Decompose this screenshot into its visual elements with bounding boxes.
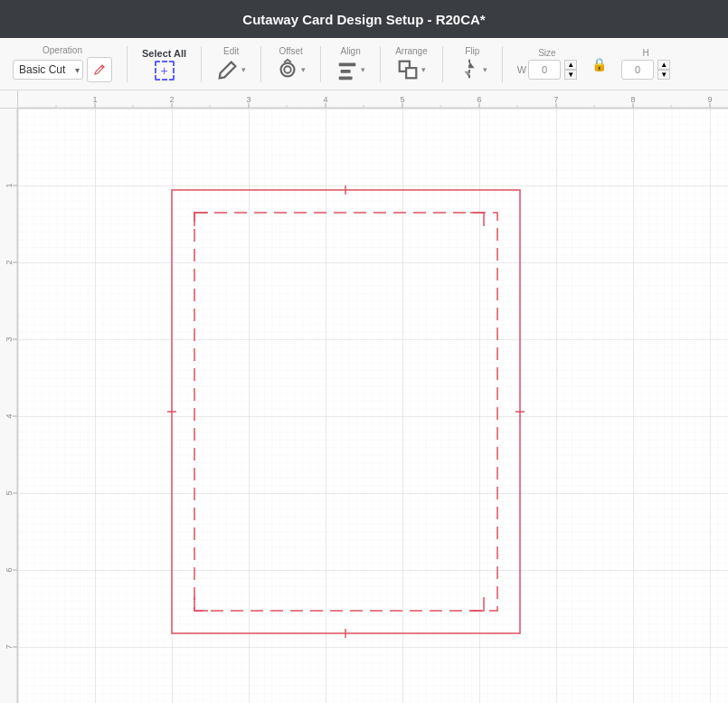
svg-text:5: 5 [400,95,404,104]
pencil-icon [93,63,106,76]
edit-group: Edit ▾ [211,38,251,90]
operation-group: Operation Basic Cut Score Draw [7,38,118,90]
svg-text:9: 9 [707,95,712,104]
svg-rect-52 [18,109,728,703]
svg-text:8: 8 [630,95,635,104]
title-bar: Cutaway Card Design Setup - R20CA* [0,0,728,38]
edit-pencil-button[interactable] [216,58,240,81]
svg-text:2: 2 [5,260,14,264]
svg-text:1: 1 [92,95,97,104]
svg-text:7: 7 [5,644,14,649]
operation-select-wrapper[interactable]: Basic Cut Score Draw [13,60,83,80]
toolbar: Operation Basic Cut Score Draw Select Al… [0,38,728,90]
flip-icon [458,58,481,81]
offset-label: Offset [279,46,303,56]
app-title: Cutaway Card Design Setup - R20CA* [242,12,485,27]
divider-4 [320,46,321,82]
arrange-group: Arrange ▾ [390,38,433,90]
svg-point-1 [284,66,290,72]
width-input[interactable] [528,60,561,80]
height-increment-button[interactable]: ▲ [657,60,670,70]
width-increment-button[interactable]: ▲ [564,60,577,70]
svg-point-0 [281,63,295,77]
size-group: Size W ▲ ▼ [512,38,582,90]
size-label: Size [538,48,555,58]
grid-area[interactable] [18,109,728,703]
flip-button[interactable] [458,58,481,81]
divider-7 [502,46,503,82]
divider-5 [380,46,381,82]
svg-rect-3 [341,70,351,73]
flip-dropdown-arrow[interactable]: ▾ [483,65,487,74]
svg-text:3: 3 [246,95,251,104]
edit-dropdown-arrow[interactable]: ▾ [241,65,246,74]
divider-2 [201,46,202,82]
offset-button[interactable] [276,58,299,81]
align-dropdown-arrow[interactable]: ▾ [361,65,365,74]
arrange-label: Arrange [395,46,428,56]
operation-select[interactable]: Basic Cut Score Draw [13,60,83,80]
arrange-icon [396,58,420,81]
align-group: Align ▾ [330,38,371,90]
ruler-left-svg: 1 2 3 4 5 6 7 [0,109,17,703]
svg-text:2: 2 [169,95,174,104]
height-input-group [621,60,654,80]
align-button[interactable] [336,58,359,81]
svg-text:5: 5 [5,490,14,495]
ruler-top-svg: 1 2 3 4 5 6 7 8 9 [18,90,728,108]
align-icon [336,58,359,81]
width-stepper[interactable]: ▲ ▼ [564,60,577,80]
edit-label: Edit [223,46,239,56]
edit-tool-button[interactable] [87,57,112,82]
pencil-edit-icon [216,58,240,81]
offset-dropdown-arrow[interactable]: ▾ [301,65,306,74]
svg-text:1: 1 [5,183,14,187]
select-all-icon: + [155,61,175,81]
svg-rect-2 [339,63,356,67]
offset-group: Offset ▾ [270,38,311,90]
height-input[interactable] [621,60,654,80]
svg-rect-6 [407,68,417,78]
arrange-button[interactable] [396,58,420,81]
flip-group: Flip ▾ [452,38,493,90]
design-svg [18,109,728,703]
width-decrement-button[interactable]: ▼ [564,70,577,80]
svg-text:4: 4 [5,413,14,418]
height-group: H ▲ ▼ [616,38,676,90]
arrange-dropdown-arrow[interactable]: ▾ [421,65,426,74]
aspect-lock-icon[interactable]: 🔒 [588,57,610,71]
align-label: Align [341,46,361,56]
svg-text:7: 7 [553,95,558,104]
canvas-area[interactable]: 1 2 3 4 5 6 7 8 9 [0,90,728,703]
select-all-label: Select All [142,48,186,59]
ruler-top: 1 2 3 4 5 6 7 8 9 [18,90,728,109]
divider-1 [127,46,128,82]
select-all-plus-icon: + [160,64,167,77]
svg-text:6: 6 [477,95,481,104]
offset-icon [276,58,299,81]
divider-6 [442,46,443,82]
select-all-button[interactable]: Select All + [137,46,192,82]
width-label: W [517,64,526,75]
ruler-corner [0,90,18,109]
width-input-group: W [517,60,561,80]
svg-text:3: 3 [5,337,14,341]
operation-label: Operation [43,45,82,55]
height-stepper[interactable]: ▲ ▼ [657,60,670,80]
ruler-left: 1 2 3 4 5 6 7 [0,109,18,703]
svg-rect-4 [339,76,353,80]
svg-text:6: 6 [5,567,14,572]
flip-label: Flip [465,46,479,56]
height-decrement-button[interactable]: ▼ [657,70,670,80]
divider-3 [260,46,261,82]
height-label: H [642,48,648,58]
svg-text:4: 4 [323,95,327,104]
